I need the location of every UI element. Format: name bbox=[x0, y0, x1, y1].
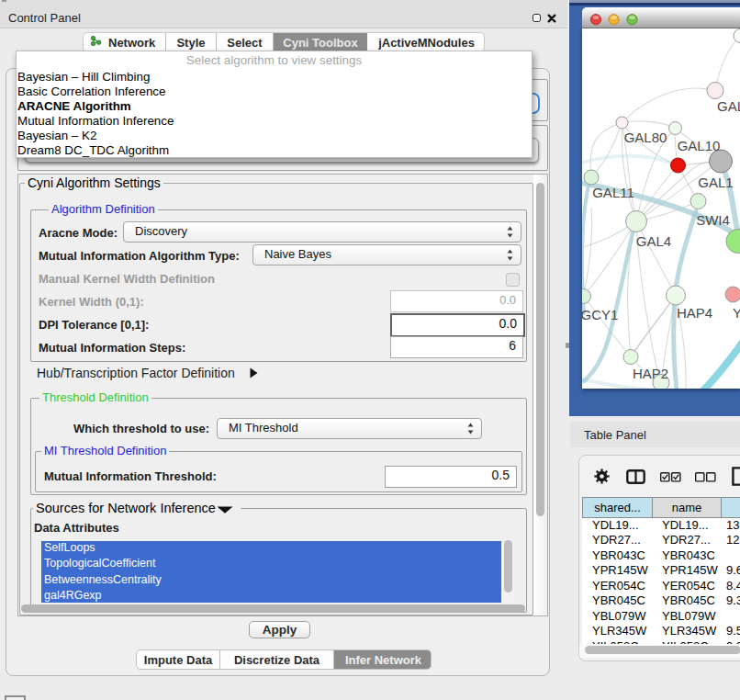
svg-text:GAL11: GAL11 bbox=[592, 185, 634, 200]
svg-text:GAL80: GAL80 bbox=[624, 130, 667, 145]
svg-text:GAL1: GAL1 bbox=[698, 175, 733, 190]
svg-text:YM: YM bbox=[733, 305, 740, 321]
svg-text:HAP2: HAP2 bbox=[633, 366, 668, 381]
svg-text:GCY1: GCY1 bbox=[582, 307, 618, 322]
svg-text:GAL7: GAL7 bbox=[717, 98, 740, 114]
svg-text:SWI4: SWI4 bbox=[696, 212, 730, 228]
svg-text:GAL4: GAL4 bbox=[636, 233, 671, 249]
svg-text:HAP4: HAP4 bbox=[677, 305, 712, 321]
svg-text:GAL10: GAL10 bbox=[678, 138, 721, 153]
